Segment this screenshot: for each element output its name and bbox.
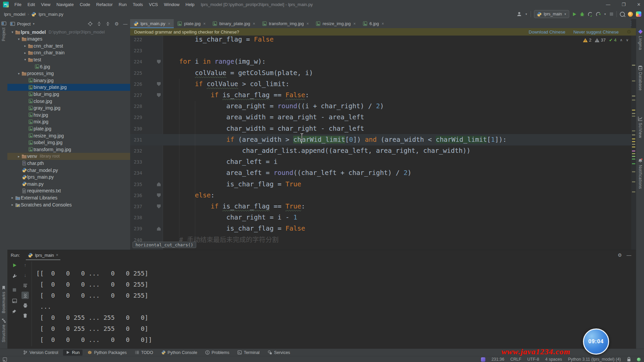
scroll-to-end-icon[interactable] [21,292,29,299]
error-stripe[interactable] [631,19,636,250]
menu-code[interactable]: Code [77,1,93,8]
tree-item-resize-img-jpg[interactable]: resize_img.jpg [7,132,130,139]
toolwindow-python-packages[interactable]: Python Packages [85,350,129,356]
tree-item-char-pth[interactable]: ?char.pth [7,160,130,167]
chevron-right-icon[interactable]: ▸ [23,44,28,48]
chevron-right-icon[interactable]: ▸ [23,51,28,55]
tree-item-external-libraries[interactable]: ▸External Libraries [7,194,130,201]
tree-item-lprs-model[interactable]: ▾lprs_modelD:\python_pro\lpr3\lprs_model [7,28,130,36]
editor-tab-resize-img-jpg[interactable]: resize_img.jpg× [312,19,359,28]
code-line-230[interactable]: 230 char_width = char_right - char_left [130,123,631,134]
code-line-238[interactable]: 238 char_right = i - 1 [130,212,631,223]
run-configuration-select[interactable]: lprs_main▼ [534,10,569,18]
close-icon[interactable]: × [56,253,58,257]
python-interpreter[interactable]: Python 3.11 (lprs_model) (4) [568,357,621,362]
run-button[interactable] [572,12,577,16]
soft-wrap-icon[interactable] [21,282,29,289]
tree-item-process-img[interactable]: ▾process_img [7,70,130,77]
inspections-widget[interactable]: 2 37 ✔4 ∧ ∨ [583,38,629,43]
sidebar-project[interactable]: Project [0,21,7,41]
tree-item-char-model-py[interactable]: char_model.py [7,167,130,174]
profiler-button[interactable] [588,12,593,17]
close-button[interactable]: ✕ [637,2,641,7]
toolwindow-services[interactable]: Services [265,350,293,356]
tree-item-gray-img-jpg[interactable]: gray_img.jpg [7,105,130,112]
code-line-225[interactable]: 225 colValue = getColSum(plate, i) [130,67,631,79]
menu-refactor[interactable]: Refactor [93,1,116,8]
gear-icon[interactable]: ⚙ [618,252,622,258]
menu-edit[interactable]: Edit [24,1,38,8]
assistant-status-icon[interactable] [637,358,641,361]
close-icon[interactable]: × [354,21,356,26]
tree-item-venv[interactable]: ▸venvlibrary root [7,153,130,160]
code-line-226[interactable]: 226 if colValue > col_limit: [130,78,631,90]
fold-marker-icon[interactable] [157,193,161,197]
toolwindow-todo[interactable]: TODO [132,350,156,356]
code-line-237[interactable]: 237 if is_char_flag == True: [130,201,631,212]
expand-icon[interactable] [97,21,101,26]
menu-tools[interactable]: Tools [130,1,146,8]
chevron-right-icon[interactable]: ▸ [10,203,15,206]
tree-item-lprs-main-py[interactable]: lprs_main.py [7,174,130,181]
scroll-up-icon[interactable]: ↑ [21,261,29,269]
right-stripe-notifications[interactable]: Notifications [636,158,644,189]
tree-item-plate-jpg[interactable]: plate.jpg [7,125,130,132]
code-editor[interactable]: 222 is_char_flag = False223224 for i in … [130,34,631,250]
right-stripe-sciview[interactable]: SciView [636,116,644,138]
scroll-down-icon[interactable]: ↓ [21,272,29,279]
tree-item-requirements-txt[interactable]: requirements.txt [7,187,130,194]
tree-item-close-jpg[interactable]: close.jpg [7,98,130,105]
fold-marker-icon[interactable] [157,204,161,208]
coverage-button[interactable] [596,12,601,17]
menu-navigate[interactable]: Navigate [53,1,76,8]
lock-icon[interactable] [627,357,631,362]
menu-help[interactable]: Help [182,1,198,8]
code-line-240[interactable]: 240 # 手动结束最后未完成的字符分割 [130,234,631,246]
pin-icon[interactable] [11,308,18,315]
fold-marker-icon[interactable] [157,227,161,231]
toolwindow-terminal[interactable]: Terminal [234,350,263,356]
banner-link-never-suggest-chinese[interactable]: Never suggest Chinese [573,29,619,35]
menu-vcs[interactable]: VCS [146,1,161,8]
tree-item-cnn-char-train[interactable]: ▸cnn_char_train [7,49,130,56]
banner-link-download-chinese[interactable]: Download Chinese [529,29,565,35]
sidebar-bookmarks[interactable]: Bookmarks [0,286,7,313]
project-panel-title[interactable]: Project [17,21,31,26]
tree-item-images[interactable]: ▾images [7,36,130,43]
lingma-assistant-icon[interactable] [636,11,641,17]
close-icon[interactable]: × [168,21,170,26]
tree-item-cnn-char-test[interactable]: ▸cnn_char_test [7,42,130,49]
debug-button[interactable] [580,12,585,17]
updates-icon[interactable]: ↑ [628,12,633,17]
chevron-down-icon[interactable]: ▾ [10,30,15,34]
maximize-button[interactable]: ❐ [622,2,626,7]
tree-item-binary-plate-jpg[interactable]: binary_plate.jpg [7,84,130,91]
user-profile-icon[interactable] [517,11,522,17]
tree-item-hsv-jpg[interactable]: hsv.jpg [7,111,130,118]
editor-tab-lprs-main-py[interactable]: lprs_main.py× [130,19,174,28]
toolwindow-run[interactable]: Run [63,350,83,356]
layout-widget-icon[interactable] [3,357,7,362]
toolwindow-version-control[interactable]: Version Control [20,350,61,356]
line-separator[interactable]: CRLF [510,357,521,362]
rerun-button[interactable] [11,261,18,269]
chevron-right-icon[interactable]: ▸ [10,196,15,199]
code-line-227[interactable]: 227 if is_char_flag == False: [130,89,631,101]
hide-icon[interactable]: — [123,21,127,26]
collapse-icon[interactable] [106,21,110,26]
console-output[interactable]: [[ 0 0 0 ... 0 0 255] [ 0 0 0 ... 0 0 25… [36,268,152,345]
right-stripe-lingma[interactable]: Lingma [636,29,644,50]
tree-item-blur-img-jpg[interactable]: blur_img.jpg [7,90,130,98]
fold-marker-icon[interactable] [157,82,161,86]
tree-item-binary-jpg[interactable]: binary.jpg [7,77,130,84]
code-line-232[interactable]: 232 char_addr_list.append((area_left, ar… [130,145,631,157]
settings-wrench-icon[interactable] [11,272,18,280]
chevron-down-icon[interactable]: ▾ [23,58,28,61]
clear-all-icon[interactable] [21,312,29,319]
minimize-button[interactable]: — [606,2,610,7]
menu-window[interactable]: Window [161,1,182,8]
toolwindow-python-console[interactable]: Python Console [158,350,200,356]
chevron-right-icon[interactable]: ▸ [16,155,21,158]
fold-marker-icon[interactable] [157,93,161,97]
prev-problem-icon[interactable]: ∧ [620,38,623,42]
